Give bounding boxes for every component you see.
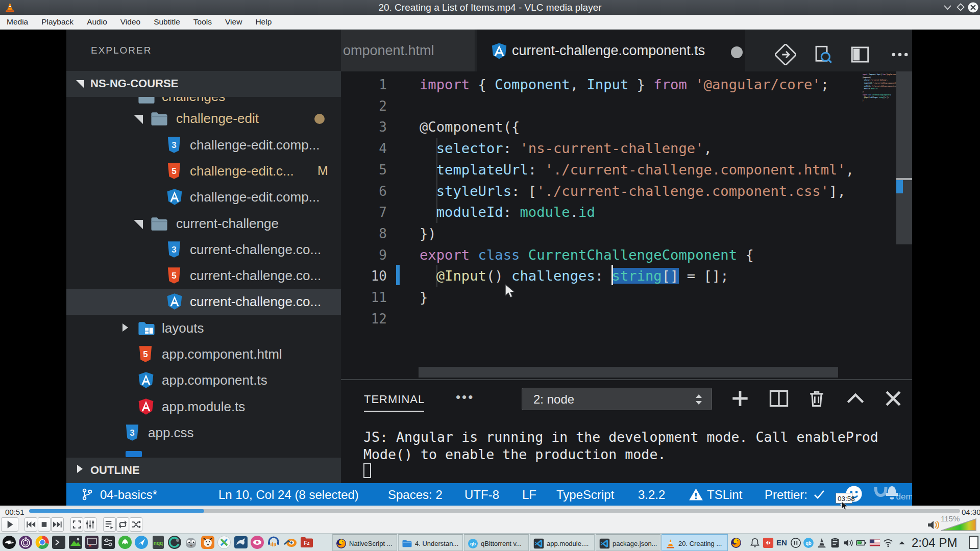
vlc-titlebar[interactable]: 20. Creating a List of Items.mp4 - VLC m… (0, 0, 980, 15)
chrome-launcher-icon[interactable] (35, 535, 50, 549)
task-appmodule[interactable]: app.module.... (530, 534, 595, 551)
status-eol[interactable]: LF (522, 488, 536, 502)
open-preview-icon[interactable] (813, 44, 834, 65)
tray-sync-icon[interactable] (763, 537, 774, 548)
fullscreen-button[interactable] (70, 517, 83, 532)
tree-item-app.component.html[interactable]: 5app.component.html (66, 341, 341, 367)
green-app-launcher-icon[interactable] (118, 535, 132, 549)
new-terminal-icon[interactable] (729, 387, 751, 410)
minimize-button[interactable] (943, 4, 952, 11)
split-editor-icon[interactable] (849, 44, 871, 65)
status-encoding[interactable]: UTF-8 (464, 488, 499, 502)
loop-button[interactable] (116, 517, 129, 532)
image-viewer-launcher-icon[interactable] (68, 535, 83, 549)
menu-media[interactable]: Media (0, 15, 35, 29)
opensuse-launcher-icon[interactable] (2, 535, 16, 549)
tree-item-current-challenge.co...[interactable]: 5current-challenge.co... (66, 263, 341, 289)
status-linter[interactable]: TSLint (707, 488, 742, 502)
maximize-button[interactable] (956, 3, 965, 12)
menu-video[interactable]: Video (114, 15, 147, 29)
menu-playback[interactable]: Playback (35, 15, 80, 29)
horizontal-scrollbar-thumb[interactable] (419, 367, 838, 378)
tree-item-current-challenge.co...[interactable]: current-challenge.co... (66, 289, 341, 315)
taskbar-clock[interactable]: 2:04 PM (912, 536, 957, 550)
status-indentation[interactable]: Spaces: 2 (388, 488, 443, 502)
tree-item-app.component.ts[interactable]: app.component.ts (66, 367, 341, 393)
tray-wifi-icon[interactable] (883, 537, 894, 548)
terminal-launcher-icon[interactable] (52, 535, 66, 549)
next-button[interactable] (51, 517, 64, 532)
open-changes-icon[interactable] (775, 44, 796, 65)
tiger-app-launcher-icon[interactable] (201, 535, 215, 549)
close-button[interactable] (968, 2, 978, 13)
teal-app-launcher-icon[interactable] (167, 535, 182, 549)
task-20creating[interactable]: 20. Creating ... (662, 534, 728, 551)
minimap[interactable]: import { Component, Input } from '@angul… (863, 73, 896, 109)
terminal-select[interactable]: 2: node (522, 388, 712, 410)
playlist-button[interactable] (103, 517, 116, 532)
kill-terminal-icon[interactable] (805, 387, 828, 410)
task-packagejson[interactable]: package.json... (596, 534, 660, 551)
status-language[interactable]: TypeScript (556, 488, 614, 502)
volume-icon[interactable] (927, 519, 940, 531)
mysql-workbench-launcher-icon[interactable] (234, 535, 248, 549)
tray-us-flag-icon[interactable] (869, 537, 880, 548)
tree-item-challenge-edit[interactable]: challenge-edit (66, 106, 341, 132)
show-desktop-button[interactable] (969, 536, 978, 549)
previous-button[interactable] (24, 517, 37, 532)
tree-item-challenge-edit.c...[interactable]: 5challenge-edit.c...M (66, 158, 341, 184)
audacity-launcher-icon[interactable] (266, 535, 281, 549)
more-actions-icon[interactable] (889, 44, 911, 65)
menu-view[interactable]: View (218, 15, 249, 29)
tree-item-challenge-edit.comp...[interactable]: 3challenge-edit.comp... (66, 132, 341, 158)
panel-tab-terminal[interactable]: TERMINAL (364, 393, 425, 406)
tray-pause-icon[interactable] (790, 537, 801, 548)
tray-keyboard-layout[interactable]: EN (776, 538, 788, 549)
tray-vlc-icon[interactable] (816, 537, 827, 548)
extended-settings-button[interactable] (84, 517, 96, 532)
menu-audio[interactable]: Audio (80, 15, 114, 29)
remote-app-launcher-icon[interactable] (217, 535, 231, 549)
tree-item-current-challenge[interactable]: current-challenge (66, 211, 341, 237)
vertical-scrollbar-thumb[interactable] (896, 71, 912, 244)
tray-firefox-icon[interactable] (730, 537, 742, 548)
status-version[interactable]: 3.2.2 (638, 488, 665, 502)
tray-expand-icon[interactable] (896, 537, 908, 548)
tree-item-app.module.ts[interactable]: app.module.ts (66, 394, 341, 420)
blue-app-launcher-icon[interactable] (134, 535, 149, 549)
menu-subtitle[interactable]: Subtitle (147, 15, 187, 29)
volume-slider[interactable] (941, 518, 976, 531)
close-panel-icon[interactable] (882, 387, 904, 410)
menu-tools[interactable]: Tools (187, 15, 218, 29)
tor-launcher-icon[interactable] (18, 535, 33, 549)
explorer-section-root[interactable]: NS-NG-COURSE (66, 71, 341, 97)
blender-launcher-icon[interactable] (283, 535, 298, 549)
screenshot-launcher-icon[interactable] (85, 535, 99, 549)
status-branch[interactable]: 04-basics* (100, 488, 157, 502)
tray-volume-icon[interactable] (843, 537, 854, 548)
tab-inactive-html[interactable]: omponent.html (341, 30, 475, 71)
tab-dirty-dot[interactable] (731, 46, 743, 58)
tree-item-current-challenge.co...[interactable]: 3current-challenge.co... (66, 237, 341, 263)
tree-item-app.css[interactable]: 3app.css (66, 420, 341, 446)
panel-more-icon[interactable]: ••• (456, 389, 474, 405)
notepadqq-launcher-icon[interactable]: nqq (151, 535, 165, 549)
code-editor[interactable]: 1import { Component, Input } from '@angu… (341, 71, 912, 379)
random-button[interactable] (130, 517, 142, 532)
maximize-panel-icon[interactable] (844, 387, 867, 410)
status-position[interactable]: Ln 10, Col 24 (8 selected) (218, 488, 359, 502)
task-4understan[interactable]: 4. Understan... (398, 534, 463, 551)
explorer-section-outline[interactable]: OUTLINE (66, 458, 341, 483)
task-nativescript[interactable]: NativeScript ... (332, 534, 397, 551)
tree-item-challenge-edit.comp...[interactable]: challenge-edit.comp... (66, 184, 341, 210)
settings-launcher-icon[interactable] (101, 535, 115, 549)
tab-active-current-challenge[interactable]: current-challenge.component.ts (477, 30, 745, 71)
status-formatter[interactable]: Prettier: (765, 488, 807, 502)
tree-item-layouts[interactable]: layouts (66, 315, 341, 341)
split-terminal-icon[interactable] (768, 387, 790, 410)
tray-clipboard-icon[interactable] (829, 537, 841, 548)
stop-button[interactable] (38, 517, 51, 532)
menu-help[interactable]: Help (249, 15, 278, 29)
video-area[interactable]: EXPLORER challengeschallenge-edit3challe… (0, 30, 980, 506)
pink-app-launcher-icon[interactable] (250, 535, 264, 549)
